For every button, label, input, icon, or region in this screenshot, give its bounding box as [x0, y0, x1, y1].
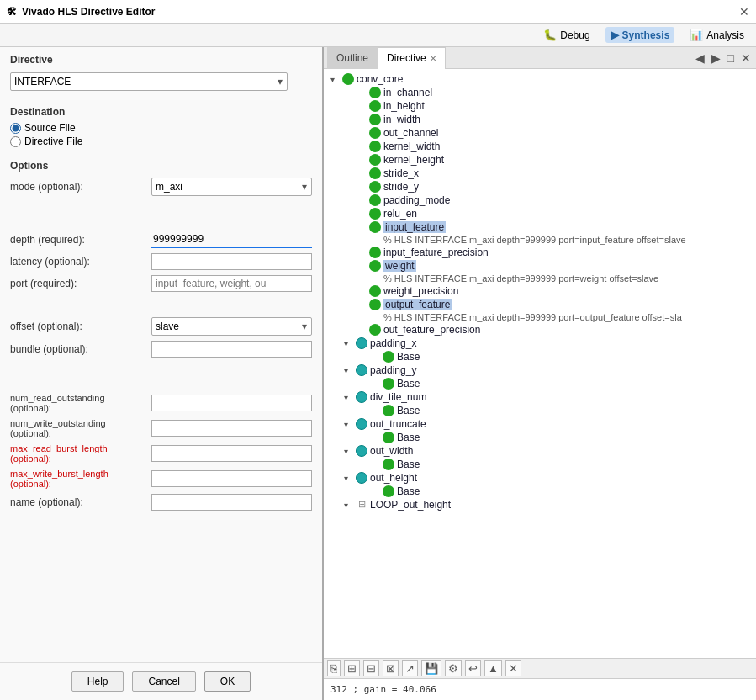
tree-node[interactable]: Base [324, 485, 756, 498]
tree-icon-green [369, 167, 381, 179]
outline-tab-label: Outline [336, 52, 368, 64]
tree-node[interactable]: in_width [324, 113, 756, 126]
num-read-outstanding-input[interactable] [151, 395, 312, 411]
tree-node[interactable]: % HLS INTERFACE m_axi depth=999999 port=… [324, 311, 756, 323]
tree-node[interactable]: ▾padding_y [324, 363, 756, 377]
max-write-burst-input[interactable] [151, 470, 312, 487]
mode-label: mode (optional): [10, 181, 145, 193]
tree-node[interactable]: ▾out_height [324, 471, 756, 485]
tab-nav-forward[interactable]: ▶ [710, 51, 722, 65]
tree-node[interactable]: weight [324, 259, 756, 273]
help-button[interactable]: Help [71, 671, 124, 692]
tree-node[interactable]: Base [324, 458, 756, 471]
tree-toggle[interactable]: ▾ [344, 366, 356, 375]
settings-button[interactable]: ⚙ [445, 660, 462, 676]
tree-label: input_feature [383, 221, 446, 233]
tree-icon-green [369, 208, 381, 220]
tab-nav-back[interactable]: ◀ [694, 51, 706, 65]
grid2-button[interactable]: ⊟ [363, 660, 379, 676]
cancel-button[interactable]: Cancel [132, 671, 195, 692]
export-button[interactable]: ↗ [402, 660, 418, 676]
tree-node[interactable]: kernel_width [324, 140, 756, 153]
title-text: Vivado HLS Directive Editor [22, 6, 156, 18]
tree-label: out_width [370, 445, 413, 457]
tree-node[interactable]: ▾conv_core [324, 72, 756, 86]
mode-select[interactable]: m_axi s_axilite axis ap_fifo ap_memory a… [151, 178, 312, 196]
tree-label: % HLS INTERFACE m_axi depth=999999 port=… [383, 273, 658, 284]
source-file-radio[interactable] [10, 123, 21, 134]
tree-toggle[interactable]: ▾ [344, 474, 356, 483]
tree-node[interactable]: % HLS INTERFACE m_axi depth=999999 port=… [324, 273, 756, 284]
grid3-button[interactable]: ⊠ [383, 660, 399, 676]
ok-button[interactable]: OK [204, 671, 251, 692]
undo-button[interactable]: ↩ [465, 660, 481, 676]
tree-node[interactable]: in_channel [324, 86, 756, 99]
tree-node[interactable]: Base [324, 404, 756, 417]
close-button[interactable]: ✕ [739, 5, 749, 19]
analysis-button[interactable]: 📊 Analysis [685, 27, 749, 43]
tree-node[interactable]: ▾out_truncate [324, 417, 756, 431]
tree-node[interactable]: % HLS INTERFACE m_axi depth=999999 port=… [324, 234, 756, 246]
bundle-input[interactable] [151, 341, 312, 358]
offset-select[interactable]: slave master off direct [151, 317, 312, 336]
tree-toggle[interactable]: ▾ [344, 339, 356, 348]
tree-node[interactable]: out_channel [324, 126, 756, 140]
synthesis-button[interactable]: ▶ Synthesis [605, 27, 675, 43]
tree-node[interactable]: ▾div_tile_num [324, 390, 756, 404]
mode-select-wrapper: m_axi s_axilite axis ap_fifo ap_memory a… [151, 178, 312, 196]
depth-input[interactable] [151, 231, 312, 248]
tree-node[interactable]: ▾⊞LOOP_out_height [324, 498, 756, 512]
directive-file-label: Directive File [24, 135, 82, 147]
tree-node[interactable]: in_height [324, 99, 756, 113]
tree-node[interactable]: ▾out_width [324, 444, 756, 458]
tree-label: in_width [383, 114, 420, 125]
tree-node[interactable]: out_feature_precision [324, 323, 756, 337]
tree-toggle[interactable]: ▾ [344, 447, 356, 456]
tab-maximize[interactable]: □ [726, 51, 736, 65]
outline-tab[interactable]: Outline [327, 47, 378, 69]
tree-toggle[interactable]: ▾ [344, 393, 356, 402]
debug-button[interactable]: 🐛 Debug [538, 27, 595, 43]
tree-label: weight_precision [383, 285, 458, 297]
num-write-outstanding-label: num_write_outstanding (optional): [10, 418, 145, 438]
tree-node[interactable]: input_feature_precision [324, 246, 756, 259]
close-panel-button[interactable]: ✕ [505, 660, 521, 676]
minimize-panel-button[interactable]: ▲ [484, 660, 502, 676]
console-area: 312 ; gain = 40.066 [324, 678, 756, 700]
tree-node[interactable]: stride_y [324, 180, 756, 194]
directive-file-radio[interactable] [10, 136, 21, 147]
tree-node[interactable]: ▾padding_x [324, 337, 756, 350]
save-button[interactable]: 💾 [421, 660, 441, 676]
left-panel: Directive INTERFACE PIPELINE UNROLL ARRA… [0, 47, 324, 700]
tree-node[interactable]: Base [324, 431, 756, 444]
tree-node[interactable]: input_feature [324, 220, 756, 234]
tree-node[interactable]: Base [324, 377, 756, 390]
tree-icon-green [383, 432, 394, 443]
copy-button[interactable]: ⎘ [327, 660, 341, 676]
tree-toggle[interactable]: ▾ [344, 420, 356, 429]
grid-button[interactable]: ⊞ [344, 660, 360, 676]
tree-toggle[interactable]: ▾ [330, 75, 342, 84]
tree-node[interactable]: output_feature [324, 298, 756, 311]
directive-select[interactable]: INTERFACE PIPELINE UNROLL ARRAY_PARTITIO… [10, 72, 288, 91]
directive-tab-close[interactable]: ✕ [430, 54, 436, 63]
tree-toggle[interactable]: ▾ [344, 501, 356, 510]
tree-node[interactable]: relu_en [324, 207, 756, 220]
name-input[interactable] [151, 494, 312, 511]
destination-label: Destination [10, 99, 312, 121]
directive-tab[interactable]: Directive ✕ [378, 47, 446, 69]
tree-icon-teal [356, 337, 367, 349]
tree-node[interactable]: stride_x [324, 167, 756, 180]
num-write-outstanding-input[interactable] [151, 420, 312, 437]
tab-close-all[interactable]: ✕ [739, 51, 753, 65]
bundle-label: bundle (optional): [10, 343, 145, 355]
tree-node[interactable]: padding_mode [324, 194, 756, 207]
latency-input[interactable] [151, 253, 312, 270]
tree-node[interactable]: Base [324, 350, 756, 363]
tree-node[interactable]: weight_precision [324, 284, 756, 298]
tree-node[interactable]: kernel_height [324, 153, 756, 167]
port-input[interactable] [151, 275, 312, 292]
num-write-outstanding-row: num_write_outstanding (optional): [0, 416, 322, 441]
max-read-burst-input[interactable] [151, 445, 312, 462]
tree-label: kernel_height [383, 154, 444, 166]
